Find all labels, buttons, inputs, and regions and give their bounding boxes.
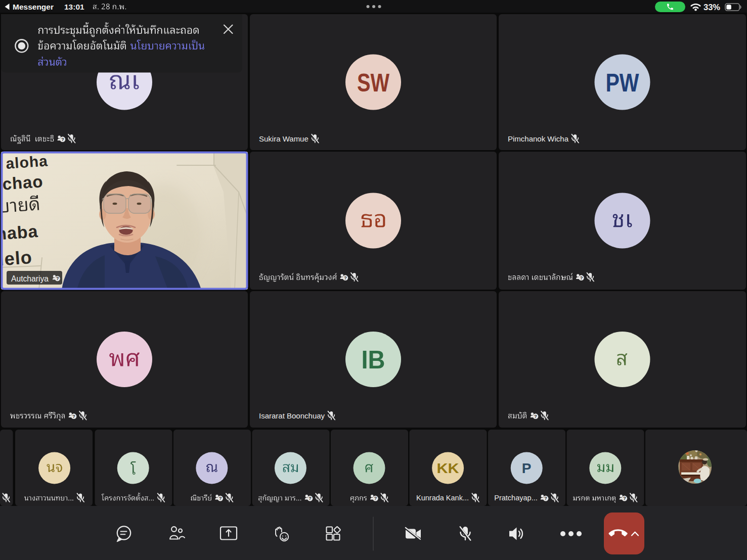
svg-text:Pimchanok Wicha: Pimchanok Wicha	[508, 134, 569, 143]
svg-text:?: ?	[580, 275, 583, 281]
svg-text:Sukira Wamue: Sukira Wamue	[259, 134, 309, 143]
svg-text:IB: IB	[362, 346, 385, 374]
svg-text:Isararat Boonchuay: Isararat Boonchuay	[259, 411, 325, 420]
svg-text:Messenger: Messenger	[13, 3, 54, 11]
svg-text:?: ?	[374, 495, 377, 501]
svg-text:?: ?	[61, 136, 64, 142]
svg-text:aloha: aloha	[5, 152, 48, 172]
svg-text:lelo: lelo	[0, 247, 33, 270]
svg-text:SW: SW	[357, 69, 390, 97]
svg-text:?: ?	[219, 495, 222, 501]
svg-text:?: ?	[72, 413, 75, 419]
svg-text:Autchariya: Autchariya	[11, 274, 49, 284]
svg-text:?: ?	[623, 495, 626, 501]
svg-text:?: ?	[56, 276, 59, 281]
svg-text:?: ?	[544, 495, 547, 501]
svg-text:33%: 33%	[704, 3, 720, 12]
svg-text:13:01: 13:01	[64, 3, 84, 11]
svg-text:P: P	[522, 460, 532, 476]
svg-text:?: ?	[309, 495, 312, 501]
svg-text:haba: haba	[0, 221, 39, 244]
svg-text:Kunrada Kank...: Kunrada Kank...	[416, 494, 469, 502]
svg-text:KK: KK	[437, 460, 459, 476]
svg-text:Pratchayap...: Pratchayap...	[494, 494, 537, 502]
svg-text:?: ?	[344, 275, 347, 281]
svg-text:?: ?	[534, 413, 537, 419]
svg-text:PW: PW	[606, 69, 640, 97]
